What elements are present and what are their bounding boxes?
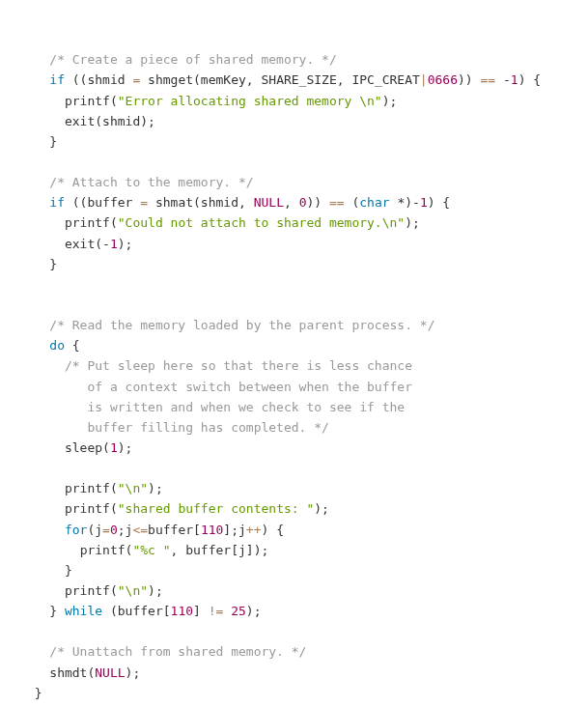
fn-printf: printf <box>65 215 110 230</box>
fn-sleep: sleep <box>65 440 102 455</box>
comment-unattach: /* Unattach from shared memory. */ <box>49 644 306 659</box>
keyword-for: for <box>65 523 87 537</box>
fn-printf: printf <box>65 481 110 495</box>
fn-shmdt: shmdt <box>49 665 87 680</box>
fn-printf: printf <box>65 583 110 598</box>
string-literal: "\n" <box>118 583 148 598</box>
keyword-if: if <box>49 72 65 87</box>
fn-printf: printf <box>65 94 110 108</box>
string-literal: "Error allocating shared memory \n" <box>118 94 382 108</box>
code-block: /* Create a piece of shared memory. */ i… <box>19 52 541 707</box>
fn-shmat: shmat <box>155 195 193 210</box>
comment-sleep: /* Put sleep here so that there is less … <box>65 358 412 373</box>
type-char: char <box>359 195 389 210</box>
comment-create: /* Create a piece of shared memory. */ <box>49 52 336 67</box>
fn-printf: printf <box>65 501 110 516</box>
fn-printf: printf <box>80 543 126 557</box>
string-literal: "shared buffer contents: " <box>118 501 315 516</box>
keyword-if: if <box>49 195 65 210</box>
comment-attach: /* Attach to the memory. */ <box>49 175 253 189</box>
keyword-while: while <box>65 604 102 618</box>
fn-exit: exit <box>65 237 95 251</box>
fn-exit: exit <box>65 114 95 128</box>
string-literal: "\n" <box>118 481 148 495</box>
string-literal: "Could not attach to shared memory.\n" <box>118 215 405 230</box>
string-literal: "%c " <box>132 543 170 557</box>
keyword-do: do <box>49 338 65 353</box>
fn-shmget: shmget <box>148 72 193 87</box>
comment-read: /* Read the memory loaded by the parent … <box>49 318 434 332</box>
